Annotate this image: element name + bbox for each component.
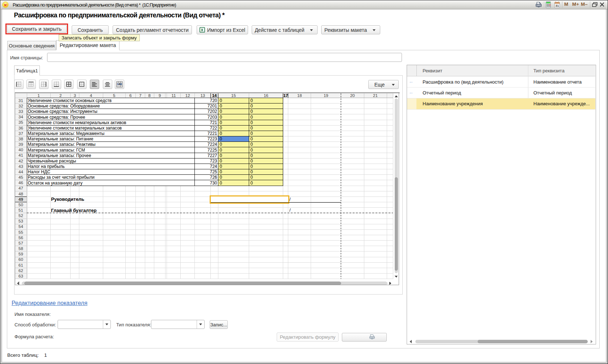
svg-text:12: 12 xyxy=(185,93,190,98)
svg-text:0: 0 xyxy=(220,158,222,164)
svg-text:0: 0 xyxy=(251,115,253,120)
svg-text:0: 0 xyxy=(220,148,222,153)
svg-text:19: 19 xyxy=(324,93,328,98)
svg-text:52: 52 xyxy=(18,213,23,218)
svg-text:0: 0 xyxy=(251,153,253,158)
svg-text:3: 3 xyxy=(74,93,76,98)
svg-text:34: 34 xyxy=(18,115,23,119)
svg-text:17: 17 xyxy=(283,93,288,98)
svg-text:7223: 7223 xyxy=(207,136,217,141)
svg-text:0: 0 xyxy=(251,158,253,164)
svg-text:Материальные запасы: Прочее: Материальные запасы: Прочее xyxy=(28,153,91,158)
svg-text:63: 63 xyxy=(18,274,23,278)
svg-text:0: 0 xyxy=(220,103,222,109)
svg-text:725: 725 xyxy=(210,169,217,174)
svg-text:54: 54 xyxy=(18,224,23,229)
svg-text:0: 0 xyxy=(251,169,253,174)
svg-text:0: 0 xyxy=(220,153,222,158)
svg-text:53: 53 xyxy=(18,219,23,223)
svg-text:0: 0 xyxy=(220,169,222,174)
svg-text:0: 0 xyxy=(220,136,222,141)
svg-text:42: 42 xyxy=(18,159,23,163)
svg-text:Материальные запасы: Медикамен: Материальные запасы: Медикаменты xyxy=(28,131,105,136)
svg-text:720: 720 xyxy=(210,98,217,103)
svg-text:Основные средства: Инструменты: Основные средства: Инструменты xyxy=(28,109,97,114)
svg-text:7227: 7227 xyxy=(207,153,217,158)
svg-text:51: 51 xyxy=(18,208,23,212)
svg-text:0: 0 xyxy=(251,175,253,180)
svg-text:7: 7 xyxy=(139,93,141,98)
svg-text:7225: 7225 xyxy=(207,148,217,153)
svg-text:Н: Н xyxy=(120,82,122,86)
svg-text:0: 0 xyxy=(220,175,222,180)
svg-text:5: 5 xyxy=(113,93,115,98)
svg-text:46: 46 xyxy=(18,181,23,185)
svg-text:56: 56 xyxy=(18,236,23,240)
svg-text:0: 0 xyxy=(220,181,222,186)
svg-text:726: 726 xyxy=(210,175,217,180)
svg-text:7202: 7202 xyxy=(207,109,217,114)
svg-text:32: 32 xyxy=(18,104,23,108)
svg-text:37: 37 xyxy=(18,131,23,136)
svg-text:0: 0 xyxy=(251,120,253,125)
svg-text:35: 35 xyxy=(18,120,23,124)
svg-text:/: / xyxy=(289,207,291,213)
svg-text:0: 0 xyxy=(251,148,253,153)
svg-text:0: 0 xyxy=(220,120,222,125)
svg-text:С: С xyxy=(5,3,8,7)
svg-text:Основные средства: Прочее: Основные средства: Прочее xyxy=(28,115,85,120)
svg-text:6: 6 xyxy=(129,93,131,98)
svg-text:62: 62 xyxy=(18,268,23,273)
svg-text:Увеличение стоимости основных: Увеличение стоимости основных средств xyxy=(28,98,112,103)
svg-text:X: X xyxy=(201,28,203,32)
svg-text:39: 39 xyxy=(18,142,23,147)
svg-text:7201: 7201 xyxy=(207,103,217,109)
svg-text:7203: 7203 xyxy=(207,115,217,120)
svg-text:50: 50 xyxy=(18,203,23,207)
svg-text:0: 0 xyxy=(220,98,222,103)
svg-text:31: 31 xyxy=(18,98,23,103)
svg-text:Налог на прибыль: Налог на прибыль xyxy=(28,164,65,169)
svg-text:724: 724 xyxy=(210,164,217,169)
svg-text:Чрезвычайные расходы: Чрезвычайные расходы xyxy=(28,158,76,164)
svg-text:730: 730 xyxy=(210,181,217,186)
svg-text:0: 0 xyxy=(220,126,222,131)
svg-text:Главный бухгалтер: Главный бухгалтер xyxy=(51,208,97,213)
svg-text:31: 31 xyxy=(555,4,559,8)
svg-text:4: 4 xyxy=(90,93,92,98)
svg-text:0: 0 xyxy=(251,142,253,147)
svg-text:0: 0 xyxy=(220,164,222,169)
svg-text:0: 0 xyxy=(220,131,222,136)
svg-text:59: 59 xyxy=(18,252,23,256)
svg-text:43: 43 xyxy=(18,164,23,169)
svg-text:0: 0 xyxy=(251,181,253,186)
svg-text:Основные средства: Оборудовани: Основные средства: Оборудование xyxy=(28,103,100,109)
svg-text:15: 15 xyxy=(231,93,236,98)
svg-text:Расходы за счет чистой прибыли: Расходы за счет чистой прибыли xyxy=(28,175,95,180)
svg-text:18: 18 xyxy=(297,93,302,98)
svg-text:44: 44 xyxy=(18,170,23,174)
svg-text:57: 57 xyxy=(18,241,23,245)
svg-text:16: 16 xyxy=(264,93,268,98)
svg-text:721: 721 xyxy=(210,120,217,125)
svg-text:Налог НДС: Налог НДС xyxy=(28,169,51,174)
svg-text:723: 723 xyxy=(210,158,217,164)
svg-text:0: 0 xyxy=(251,126,253,131)
svg-text:58: 58 xyxy=(18,246,23,251)
svg-text:7221: 7221 xyxy=(207,131,217,136)
svg-text:0: 0 xyxy=(251,103,253,109)
svg-text:41: 41 xyxy=(18,153,23,157)
svg-text:47: 47 xyxy=(18,186,23,190)
svg-text:9: 9 xyxy=(159,93,161,98)
svg-text:36: 36 xyxy=(18,126,23,130)
svg-text:8: 8 xyxy=(148,93,150,98)
svg-text:Остаток на указанную дату: Остаток на указанную дату xyxy=(28,181,83,186)
svg-text:0: 0 xyxy=(251,131,253,136)
svg-text:60: 60 xyxy=(18,257,23,262)
svg-text:49: 49 xyxy=(18,197,23,202)
svg-text:21: 21 xyxy=(373,93,378,98)
svg-text:45: 45 xyxy=(18,175,23,179)
svg-text:1: 1 xyxy=(37,93,39,98)
svg-text:0: 0 xyxy=(251,164,253,169)
svg-text:Материальные запасы: Питание: Материальные запасы: Питание xyxy=(28,136,93,141)
